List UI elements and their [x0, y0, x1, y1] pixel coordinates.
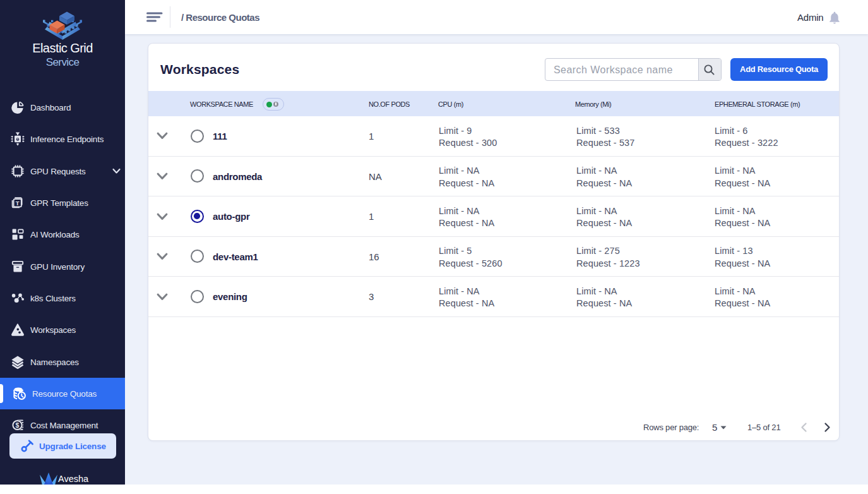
svg-text:$: $	[16, 421, 20, 429]
svg-text:T: T	[16, 200, 20, 207]
